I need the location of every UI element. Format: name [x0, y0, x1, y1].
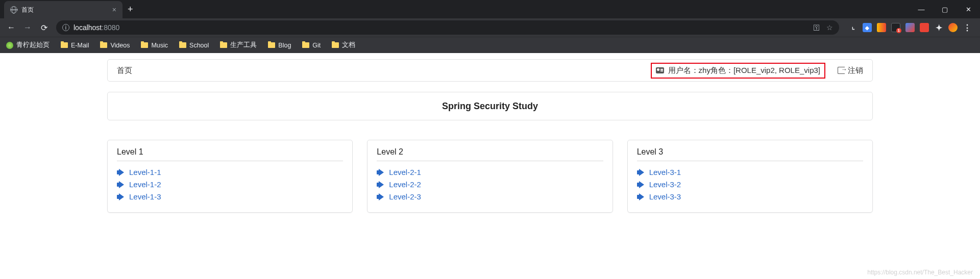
back-button[interactable]: ← [4, 20, 18, 35]
card-title: Level 1 [117, 147, 343, 157]
page-content: 首页 用户名：zhy角色：[ROLE_vip2, ROLE_vip3] 注销 S… [0, 53, 980, 213]
bookmarks-bar: 青柠起始页 E-Mail Videos Music School 生产工具 Bl… [0, 37, 980, 53]
level-link[interactable]: Level-1-1 [117, 166, 343, 179]
folder-icon [179, 42, 186, 48]
site-icon [6, 42, 13, 49]
bullhorn-icon [377, 169, 385, 175]
key-icon[interactable]: ⚿ [813, 23, 820, 32]
bookmark-star-icon[interactable]: ☆ [826, 23, 833, 32]
bullhorn-icon [637, 194, 645, 200]
bookmark-folder[interactable]: E-Mail [61, 42, 89, 49]
folder-icon [268, 42, 275, 48]
bookmark-folder[interactable]: 生产工具 [220, 41, 257, 49]
bookmark-folder[interactable]: Blog [268, 42, 291, 49]
folder-icon [141, 42, 148, 48]
top-bar: 首页 用户名：zhy角色：[ROLE_vip2, ROLE_vip3] 注销 [107, 59, 873, 82]
level-card-1: Level 1 Level-1-1 Level-1-2 Level-1-3 [107, 140, 353, 213]
bullhorn-icon [117, 169, 125, 175]
bookmark-folder[interactable]: Videos [100, 42, 130, 49]
user-info: 用户名：zhy角色：[ROLE_vip2, ROLE_vip3] [651, 63, 825, 79]
folder-icon [220, 42, 227, 48]
bookmark-folder[interactable]: Git [302, 42, 321, 49]
profile-avatar-icon[interactable] [948, 23, 958, 32]
bullhorn-icon [637, 182, 645, 188]
tab-strip: 首页 × + — ▢ ✕ [0, 0, 980, 18]
reload-button[interactable]: ⟳ [37, 20, 51, 35]
bookmark-folder[interactable]: School [179, 42, 209, 49]
forward-button[interactable]: → [20, 20, 35, 35]
user-info-text: 用户名：zhy角色：[ROLE_vip2, ROLE_vip3] [668, 66, 820, 75]
chrome-menu-icon[interactable]: ⋮ [963, 23, 972, 32]
level-link[interactable]: Level-2-1 [377, 166, 603, 179]
url-text: localhost:8080 [74, 23, 119, 32]
address-row: ← → ⟳ i localhost:8080 ⚿ ☆ ʟ ◆ 1 ✦ ⋮ [0, 18, 980, 37]
bookmark-item[interactable]: 青柠起始页 [6, 41, 50, 49]
extension-icon[interactable] [877, 23, 886, 32]
level-link[interactable]: Level-3-1 [637, 166, 863, 179]
extension-icon[interactable] [920, 23, 929, 32]
bullhorn-icon [377, 194, 385, 200]
page-title: Spring Security Study [107, 92, 873, 120]
maximize-button[interactable]: ▢ [933, 0, 957, 18]
globe-icon [10, 6, 17, 13]
close-button[interactable]: ✕ [957, 0, 980, 18]
level-link[interactable]: Level-3-3 [637, 191, 863, 203]
logout-button[interactable]: 注销 [838, 66, 863, 75]
window-controls: — ▢ ✕ [910, 0, 980, 18]
logout-label: 注销 [848, 66, 863, 75]
close-icon[interactable]: × [112, 6, 116, 14]
extension-icon[interactable]: ʟ [848, 23, 857, 32]
level-link[interactable]: Level-3-2 [637, 179, 863, 191]
folder-icon [61, 42, 68, 48]
tab-title: 首页 [21, 6, 108, 14]
address-bar[interactable]: i localhost:8080 ⚿ ☆ [56, 20, 839, 35]
id-card-icon [656, 67, 664, 73]
card-title: Level 3 [637, 147, 863, 157]
extension-icon[interactable] [905, 23, 915, 32]
site-info-icon[interactable]: i [62, 24, 69, 31]
folder-icon [302, 42, 309, 48]
card-title: Level 2 [377, 147, 603, 157]
bullhorn-icon [117, 194, 125, 200]
extension-icon[interactable]: 1 [891, 23, 900, 32]
bookmark-folder[interactable]: Music [141, 42, 168, 49]
level-card-2: Level 2 Level-2-1 Level-2-2 Level-2-3 [367, 140, 612, 213]
folder-icon [332, 42, 339, 48]
browser-chrome: 首页 × + — ▢ ✕ ← → ⟳ i localhost:8080 ⚿ ☆ … [0, 0, 980, 53]
breadcrumb-home[interactable]: 首页 [117, 66, 132, 75]
browser-tab[interactable]: 首页 × [4, 1, 122, 18]
logout-icon [838, 67, 845, 74]
extensions-menu-icon[interactable]: ✦ [934, 23, 943, 32]
extension-icons: ʟ ◆ 1 ✦ ⋮ [844, 23, 976, 32]
level-link[interactable]: Level-1-3 [117, 191, 343, 203]
level-link[interactable]: Level-2-2 [377, 179, 603, 191]
folder-icon [100, 42, 107, 48]
address-bar-actions: ⚿ ☆ [813, 23, 833, 32]
level-link[interactable]: Level-2-3 [377, 191, 603, 203]
bullhorn-icon [637, 169, 645, 175]
bookmark-folder[interactable]: 文档 [332, 41, 355, 49]
level-link[interactable]: Level-1-2 [117, 179, 343, 191]
new-tab-button[interactable]: + [122, 4, 138, 15]
watermark: https://blog.csdn.net/The_Best_Hacker [867, 269, 973, 276]
bullhorn-icon [117, 182, 125, 188]
extension-icon[interactable]: ◆ [863, 23, 872, 32]
bullhorn-icon [377, 182, 385, 188]
level-card-3: Level 3 Level-3-1 Level-3-2 Level-3-3 [627, 140, 873, 213]
level-cards: Level 1 Level-1-1 Level-1-2 Level-1-3 Le… [107, 140, 873, 213]
minimize-button[interactable]: — [910, 0, 933, 18]
